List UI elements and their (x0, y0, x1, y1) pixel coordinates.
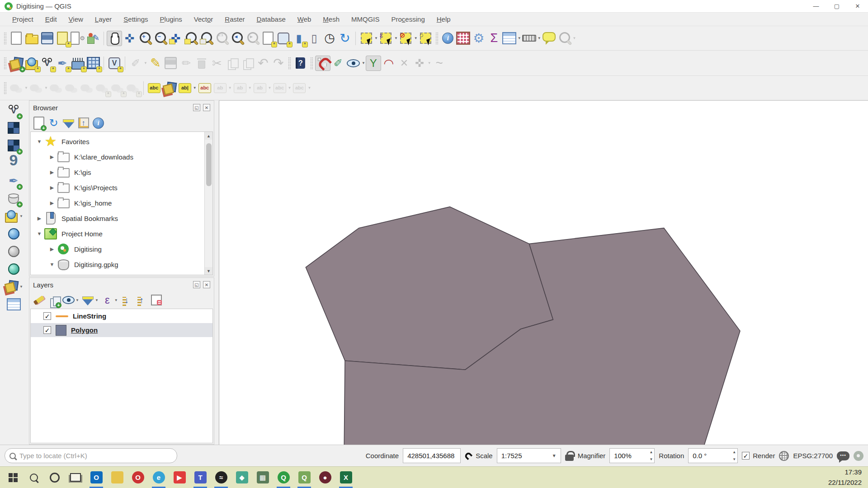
diagram-properties-disabled[interactable]: abc▼ (292, 81, 311, 95)
identify-features[interactable]: i (440, 31, 456, 46)
pan-map-to-selection[interactable]: ✜ (122, 31, 137, 46)
tree-item-project-home[interactable]: ▼Project Home (31, 226, 212, 241)
expander-icon[interactable]: ▶ (47, 154, 57, 160)
digitize-with-curve[interactable]: ◠ (381, 56, 396, 70)
layer-checkbox[interactable]: ✓ (43, 312, 51, 320)
browser-close-button[interactable]: ✕ (203, 104, 210, 111)
tree-item-digitising[interactable]: ▶Digitising (31, 241, 212, 257)
rotation-spin-icons[interactable]: ▲▼ (732, 450, 736, 461)
current-edits-dropdown-icon[interactable]: ▼ (144, 61, 147, 65)
crs-status[interactable]: EPSG:27700 (793, 452, 833, 460)
add-arcgis-rest-layer[interactable]: ▼ (4, 279, 24, 294)
new-print-layout[interactable]: * (55, 31, 70, 46)
menu-layer[interactable]: Layer (89, 14, 118, 25)
menu-raster[interactable]: Raster (219, 14, 250, 25)
expander-icon[interactable]: ▶ (34, 216, 44, 221)
start-button[interactable] (3, 467, 24, 488)
browser-float-button[interactable]: ◱ (193, 104, 200, 111)
show-advanced-digitizing[interactable]: ▼ (346, 56, 366, 70)
show-advanced-digitizing-dropdown-icon[interactable]: ▼ (362, 61, 365, 65)
search-button[interactable] (24, 467, 44, 488)
news-icon[interactable] (854, 451, 863, 461)
label-anchor-tool[interactable]: * (125, 81, 141, 95)
taskbar-clock[interactable]: 17:39 22/11/2022 (828, 467, 868, 488)
add-arcgis-rest-layer-dropdown-icon[interactable]: ▼ (19, 285, 23, 289)
scale-dropdown-icon[interactable]: ▼ (552, 453, 557, 458)
menu-project[interactable]: Project (6, 14, 39, 25)
show-hide-labels[interactable] (48, 81, 64, 95)
measure-line-dropdown-icon[interactable]: ▼ (538, 36, 541, 40)
menu-help[interactable]: Help (431, 14, 457, 25)
scroll-down-icon[interactable]: ▼ (205, 267, 212, 275)
label-properties-disabled-dropdown-icon[interactable]: ▼ (288, 86, 292, 90)
add-mesh-layer[interactable]: + (6, 138, 21, 153)
select-by-value[interactable]: ○ (418, 31, 434, 46)
pan-map[interactable] (107, 31, 122, 46)
add-delimited-text-layer[interactable]: 9 (6, 156, 21, 170)
magnifier-spin-icons[interactable]: ▲▼ (649, 450, 653, 461)
tree-item-k-gis[interactable]: ▶K:\gis (31, 164, 212, 180)
snapping-options[interactable]: ✐ (330, 56, 346, 70)
close-button[interactable]: ✕ (847, 0, 868, 12)
minimize-button[interactable]: — (806, 0, 826, 12)
expander-icon[interactable]: ▶ (47, 169, 57, 175)
add-feature[interactable]: ✏ (179, 56, 194, 70)
delete-part[interactable]: ✕ (396, 56, 412, 70)
scroll-thumb[interactable] (206, 143, 212, 186)
maximize-button[interactable]: ▢ (826, 0, 847, 12)
pin-unpin-labels[interactable]: ab|▼ (177, 81, 197, 95)
filter-legend[interactable]: ▼ (81, 294, 99, 306)
geocoder-search[interactable]: ▼ (557, 31, 577, 46)
add-group[interactable]: + (47, 294, 60, 306)
menu-plugins[interactable]: Plugins (154, 14, 188, 25)
expander-icon[interactable]: ▶ (47, 246, 57, 252)
edge-app[interactable]: e (148, 467, 169, 488)
manage-map-themes-dropdown-icon[interactable]: ▼ (75, 298, 79, 302)
add-vector-layer[interactable]: V+ (6, 103, 21, 117)
select-features[interactable]: ▼ (359, 31, 378, 46)
open-attribute-table[interactable]: ▼ (502, 31, 522, 46)
outlook-app[interactable]: O (86, 467, 107, 488)
task-view-button[interactable] (65, 467, 86, 488)
rotate-label-disabled[interactable]: ab▼ (232, 81, 252, 95)
tree-item-k-gis-home[interactable]: ▶K:\gis_home (31, 195, 212, 211)
new-spatial-bookmark[interactable]: ▮* (291, 31, 307, 46)
extents-toggle-icon[interactable] (464, 451, 473, 460)
rotate-label[interactable] (79, 81, 94, 95)
menu-database[interactable]: Database (251, 14, 292, 25)
undo[interactable]: ↶ (255, 56, 271, 70)
reshape-features[interactable]: ~ (432, 56, 447, 70)
magnifier-spinbox[interactable]: 100% ▲▼ (609, 448, 655, 463)
remove-layer-group[interactable] (150, 294, 163, 306)
select-features-dropdown-icon[interactable]: ▼ (374, 36, 378, 40)
opera-app[interactable]: O (127, 467, 148, 488)
manage-map-themes[interactable]: ▼ (62, 294, 80, 306)
new-shapefile-layer[interactable]: V* (39, 56, 55, 70)
highlight-pinned-labels-dropdown-icon[interactable]: ▼ (24, 86, 28, 90)
new-spatialite-layer[interactable]: ✒* (55, 56, 70, 70)
curved-label-tool[interactable]: * (110, 81, 125, 95)
open-layer-styling-panel[interactable] (32, 294, 45, 306)
layer-row-linestring[interactable]: ✓LineString (31, 309, 212, 323)
open-project[interactable] (24, 31, 39, 46)
tree-item-k-clare-downloads[interactable]: ▶K:\clare_downloads (31, 149, 212, 164)
new-project[interactable] (9, 31, 24, 46)
toggle-editing[interactable]: ✎ (148, 56, 163, 70)
layer-labeling-options[interactable]: abc (146, 81, 162, 95)
app-green-diamond[interactable]: ◆ (231, 467, 252, 488)
spotify-app[interactable]: ≈ (211, 467, 231, 488)
coordinate-value[interactable]: 428501,435688 (403, 448, 461, 463)
diagram-properties-disabled-dropdown-icon[interactable]: ▼ (307, 86, 311, 90)
copy-features[interactable] (225, 56, 240, 70)
highlight-labels[interactable]: abc (197, 81, 212, 95)
layers-float-button[interactable]: ◱ (193, 281, 200, 288)
expander-icon[interactable]: ▶ (47, 200, 57, 206)
save-layer-edits[interactable] (163, 56, 179, 70)
layer-checkbox[interactable]: ✓ (43, 326, 51, 334)
statistical-summary[interactable]: Σ (486, 31, 502, 46)
menu-processing[interactable]: Processing (386, 14, 431, 25)
tree-item-favorites[interactable]: ▼★Favorites (31, 134, 212, 149)
help-contents[interactable]: ? (293, 56, 308, 70)
move-feature-dropdown-icon[interactable]: ▼ (428, 61, 431, 65)
scale-lock-icon[interactable] (565, 455, 574, 461)
